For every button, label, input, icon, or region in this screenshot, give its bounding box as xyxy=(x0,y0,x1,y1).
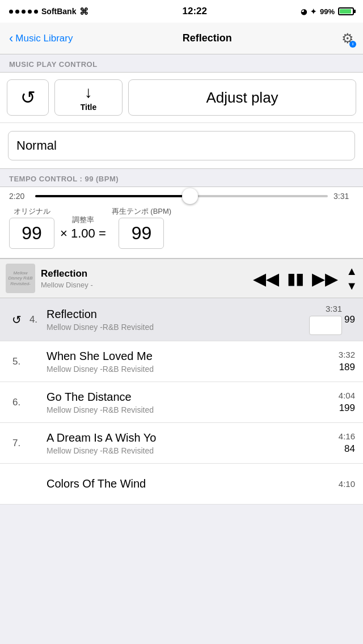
status-bar: SoftBank ⌘ 12:22 ◕ ✦ 99% xyxy=(0,0,363,23)
track-duration: 3:32 xyxy=(339,350,355,359)
settings-badge: i xyxy=(349,41,356,48)
track-info: Colors Of The Wind xyxy=(47,477,334,490)
track-info: A Dream Is A Wish Yo Mellow Disney -R&B … xyxy=(47,431,334,455)
track-subtitle: Mellow Disney -R&B Revisited xyxy=(47,405,334,414)
track-info: Reflection Mellow Disney -R&B Revisited xyxy=(47,308,305,332)
track-title: A Dream Is A Wish Yo xyxy=(47,431,334,444)
track-duration: 4:16 xyxy=(339,431,355,441)
repeat-button[interactable]: ↺ xyxy=(7,79,49,116)
play-bpm-value: 99 xyxy=(119,218,164,249)
multiplier-value: × 1.00 = xyxy=(60,226,106,241)
tempo-control-header: TEMPO CONTROL : 99 (BPM) xyxy=(0,169,363,187)
nav-bar: ‹ Music Library Reflection ⚙ i xyxy=(0,23,363,54)
slider-fill xyxy=(35,195,190,197)
carrier-label: SoftBank xyxy=(41,7,76,16)
album-art-text: Mellow Disney R&B Revisited- xyxy=(6,269,35,288)
slider-start-time: 2:20 xyxy=(9,192,29,201)
battery-percent: 99% xyxy=(320,7,335,16)
tempo-values-row: オリジナル 99 調整率 × 1.00 = 再生テンポ (BPM) 99 xyxy=(0,203,363,258)
track-title: Colors Of The Wind xyxy=(47,477,334,490)
original-bpm-value: 99 xyxy=(9,218,54,249)
track-bpm: 84 xyxy=(344,443,355,455)
slider-end-time: 3:31 xyxy=(334,192,354,201)
track-item[interactable]: 7. A Dream Is A Wish Yo Mellow Disney -R… xyxy=(0,423,363,464)
now-playing-info: Reflection Mellow Disney - xyxy=(41,268,247,289)
mode-row: document.querySelector('[data-name="mode… xyxy=(0,123,363,168)
adjust-play-label: Adjust play xyxy=(206,89,278,107)
track-subtitle: Mellow Disney -R&B Revisited xyxy=(47,323,305,332)
track-bpm: 99 xyxy=(344,314,355,325)
tempo-slider-container: 2:20 3:31 xyxy=(0,187,363,203)
track-subtitle: Mellow Disney -R&B Revisited xyxy=(47,446,334,455)
playback-controls: ◀◀ ▮▮ ▶▶ ▲ ▼ xyxy=(253,265,357,293)
skip-forward-button[interactable]: ▶▶ xyxy=(312,269,338,289)
repeat-icon: ↺ xyxy=(20,87,36,108)
back-chevron-icon: ‹ xyxy=(9,31,13,46)
track-bpm: 199 xyxy=(339,402,355,414)
multiplier-operator: 調整率 × 1.00 = xyxy=(54,215,112,241)
status-left: SoftBank ⌘ xyxy=(9,6,88,17)
mode-input[interactable] xyxy=(8,131,355,160)
original-tempo-label: オリジナル xyxy=(14,206,50,217)
track-duration: 3:31 xyxy=(326,304,342,313)
battery-icon xyxy=(338,7,354,15)
track-meta: 3:32 189 xyxy=(339,350,355,373)
play-control-card: ↺ ↓ Title Adjust play document.querySele… xyxy=(0,72,363,169)
track-number: 6. xyxy=(8,397,42,408)
tempo-control-card: 2:20 3:31 オリジナル 99 調整率 × 1.00 = 再生テンポ (B… xyxy=(0,187,363,259)
original-tempo-group: オリジナル 99 xyxy=(9,206,54,249)
track-title: Go The Distance xyxy=(47,391,334,404)
back-label: Music Library xyxy=(15,33,73,44)
track-repeat-icon: ↺ xyxy=(8,313,25,327)
track-title: When She Loved Me xyxy=(47,350,334,363)
volume-button[interactable]: ▲ ▼ xyxy=(346,265,357,293)
adjust-play-button[interactable]: Adjust play xyxy=(128,79,356,116)
track-item[interactable]: ↺ 4. Reflection Mellow Disney -R&B Revis… xyxy=(0,298,363,341)
adjust-tempo-group: 調整率 × 1.00 = xyxy=(60,215,106,241)
play-tempo-label: 再生テンポ (BPM) xyxy=(112,206,171,217)
track-item[interactable]: 6. Go The Distance Mellow Disney -R&B Re… xyxy=(0,382,363,423)
now-playing-subtitle: Mellow Disney - xyxy=(41,281,247,289)
track-bpm: 189 xyxy=(339,362,355,373)
volume-down-icon: ▼ xyxy=(346,279,357,293)
track-title: Reflection xyxy=(47,308,305,321)
album-art: Mellow Disney R&B Revisited- xyxy=(6,264,35,293)
track-meta: 4:10 xyxy=(339,479,355,489)
track-item[interactable]: Colors Of The Wind 4:10 xyxy=(0,464,363,505)
play-tempo-group: 再生テンポ (BPM) 99 xyxy=(112,206,171,249)
nav-title: Reflection xyxy=(183,32,232,44)
track-meta: 4:16 84 xyxy=(339,431,355,455)
track-duration: 4:10 xyxy=(339,479,355,489)
track-meta: 4:04 199 xyxy=(339,391,355,414)
slider-thumb[interactable] xyxy=(182,188,198,204)
adjust-label: 調整率 xyxy=(72,215,94,225)
back-button[interactable]: ‹ Music Library xyxy=(9,31,73,46)
track-duration: 4:04 xyxy=(339,391,355,400)
down-arrow-icon: ↓ xyxy=(85,83,92,101)
track-number: 5. xyxy=(8,356,42,367)
sort-title-label: Title xyxy=(81,103,97,112)
wifi-icon: ⌘ xyxy=(79,6,88,17)
track-info: Go The Distance Mellow Disney -R&B Revis… xyxy=(47,391,334,414)
rewind-button[interactable]: ◀◀ xyxy=(253,269,279,289)
track-number: 7. xyxy=(8,438,42,449)
settings-button[interactable]: ⚙ i xyxy=(341,31,354,46)
track-number: 4. xyxy=(25,314,42,325)
music-play-control-header: MUSIC PLAY CONTROL xyxy=(0,54,363,72)
track-meta: 3:31 xyxy=(309,304,342,335)
track-list: ↺ 4. Reflection Mellow Disney -R&B Revis… xyxy=(0,298,363,505)
track-item[interactable]: 5. When She Loved Me Mellow Disney -R&B … xyxy=(0,341,363,382)
status-right: ◕ ✦ 99% xyxy=(301,7,354,16)
sort-title-button[interactable]: ↓ Title xyxy=(54,79,123,116)
tempo-slider[interactable] xyxy=(35,195,328,197)
lock-icon: ◕ xyxy=(301,7,307,16)
now-playing-bar: Mellow Disney R&B Revisited- Reflection … xyxy=(0,259,363,298)
track-info: When She Loved Me Mellow Disney -R&B Rev… xyxy=(47,350,334,374)
pause-button[interactable]: ▮▮ xyxy=(287,269,304,288)
play-control-row: ↺ ↓ Title Adjust play xyxy=(0,73,363,123)
volume-up-icon: ▲ xyxy=(346,265,357,278)
bluetooth-icon: ✦ xyxy=(310,7,316,16)
track-subtitle: Mellow Disney -R&B Revisited xyxy=(47,365,334,374)
track-bpm-box xyxy=(309,316,342,335)
status-time: 12:22 xyxy=(182,6,206,17)
